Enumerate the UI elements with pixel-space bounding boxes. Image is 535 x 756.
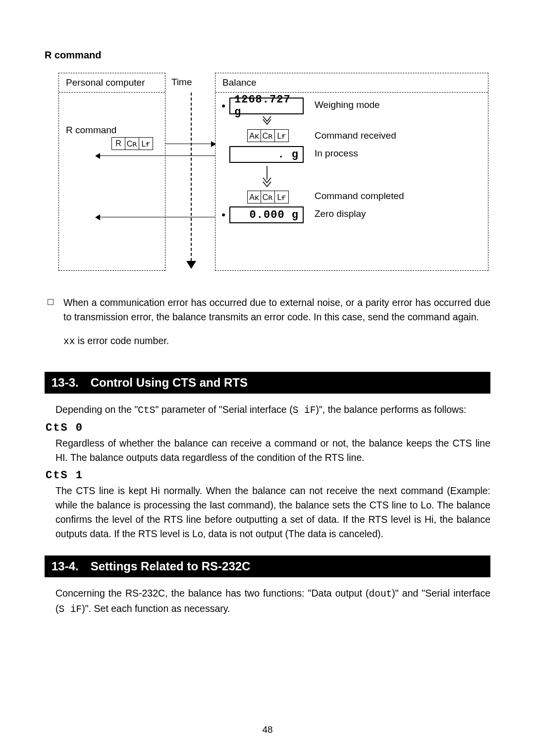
- cts1-label: CtS 1: [46, 469, 490, 482]
- flow-arrow-1: [261, 115, 273, 125]
- r-command-heading: R command: [45, 50, 490, 61]
- error-code-rest: is error code number.: [75, 335, 169, 346]
- zero-display: 0.000 g: [229, 206, 304, 223]
- bullet-icon: [48, 299, 54, 305]
- cts0-body: Regardless of whether the balance can re…: [55, 436, 490, 465]
- r-command-bytes: R Cʀ Lғ: [111, 137, 153, 150]
- command-received-label: Command received: [315, 130, 396, 141]
- ack-bytes-2: Aᴋ Cʀ Lғ: [247, 191, 289, 203]
- byte-lf: Lғ: [139, 137, 153, 150]
- flow-arrow-2: [261, 166, 273, 188]
- byte-ak: Aᴋ: [247, 129, 261, 142]
- pc-column-header: Personal computer: [59, 73, 165, 93]
- section-13-3-num: 13-3.: [52, 376, 79, 390]
- balance-column: Balance ● 1268.727 g Weighing mode Aᴋ Cʀ…: [215, 73, 488, 271]
- error-code-placeholder: xx: [63, 336, 75, 347]
- page-number: 48: [0, 724, 535, 735]
- ack-bytes-1: Aᴋ Cʀ Lғ: [247, 129, 289, 142]
- byte-r: R: [111, 137, 125, 150]
- pc-column: Personal computer R command R Cʀ Lғ: [58, 73, 165, 271]
- section-13-3-title: Control Using CTS and RTS: [91, 376, 248, 390]
- r-command-diagram: Personal computer R command R Cʀ Lғ Time…: [58, 73, 488, 271]
- byte-cr3: Cʀ: [261, 191, 275, 203]
- cts0-label: CtS 0: [46, 422, 490, 434]
- error-note-p2: xx is error code number.: [63, 334, 490, 349]
- arrow-send-r: [165, 144, 215, 144]
- time-column-header: Time: [171, 73, 211, 92]
- section-13-4-body: Concerning the RS-232C, the balance has …: [55, 586, 490, 617]
- error-note: When a communication error has occurred …: [45, 296, 490, 358]
- command-completed-label: Command completed: [315, 191, 404, 202]
- in-process-label: In process: [315, 148, 358, 159]
- error-note-p1: When a communication error has occurred …: [63, 296, 490, 325]
- time-column: Time: [171, 73, 211, 93]
- byte-cr2: Cʀ: [261, 129, 275, 142]
- section-13-3-heading: 13-3. Control Using CTS and RTS: [45, 372, 490, 394]
- in-process-display: . g: [229, 146, 304, 163]
- section-13-4-title: Settings Related to RS-232C: [91, 559, 251, 573]
- byte-cr: Cʀ: [125, 137, 139, 150]
- time-axis: [191, 93, 192, 266]
- time-arrow: [186, 261, 196, 269]
- byte-ak2: Aᴋ: [247, 191, 261, 203]
- section-13-4-num: 13-4.: [52, 559, 79, 573]
- weighing-mode-label: Weighing mode: [315, 100, 380, 110]
- arrow-ack-2: [96, 217, 215, 217]
- r-command-label: R command: [66, 125, 116, 136]
- arrow-ack-1: [96, 155, 215, 156]
- balance-column-header: Balance: [215, 73, 488, 93]
- byte-lf2: Lғ: [275, 129, 289, 142]
- cts1-body: The CTS line is kept Hi normally. When t…: [55, 484, 490, 542]
- section-13-3-intro: Depending on the "CtS" parameter of "Ser…: [55, 403, 490, 418]
- section-13-4-heading: 13-4. Settings Related to RS-232C: [45, 555, 490, 577]
- zero-display-label: Zero display: [315, 208, 366, 219]
- byte-lf3: Lғ: [275, 191, 289, 203]
- weighing-display: 1268.727 g: [229, 98, 304, 114]
